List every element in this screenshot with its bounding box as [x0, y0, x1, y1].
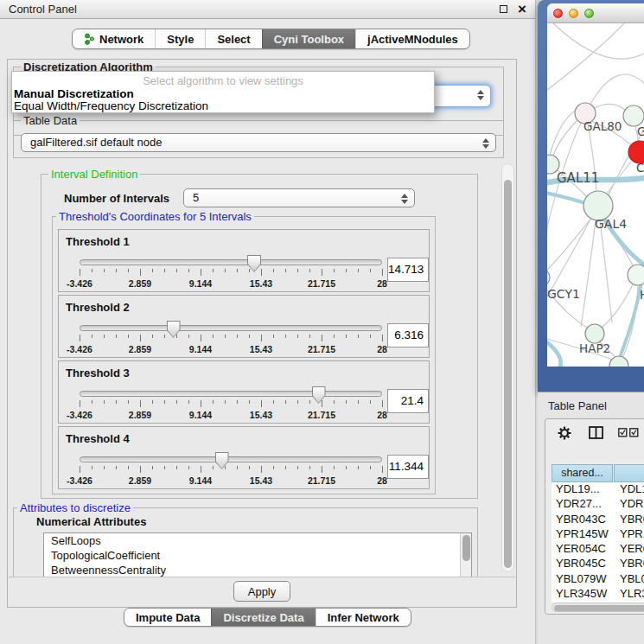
- tab-label: jActiveMNodules: [367, 33, 458, 46]
- tick-mark: [309, 400, 310, 404]
- threshold-label: Threshold 1: [66, 235, 130, 248]
- threshold-slider[interactable]: -3.4262.8599.14415.4321.71528: [80, 256, 382, 290]
- tick-label: 28: [377, 475, 387, 486]
- network-node[interactable]: [609, 356, 628, 367]
- network-node[interactable]: [623, 105, 644, 126]
- algorithm-option-manual[interactable]: Manual Discretization: [12, 88, 434, 100]
- tick-mark: [346, 269, 347, 272]
- tick-mark: [225, 466, 226, 469]
- table-hscrollbar[interactable]: [552, 603, 644, 612]
- table-row[interactable]: YPR145WYPR1: [552, 527, 644, 542]
- column-header-shared[interactable]: shared...: [552, 464, 613, 482]
- panel-scrollbar[interactable]: [501, 163, 514, 572]
- network-edge[interactable]: [547, 217, 592, 271]
- network-node-label: C: [636, 161, 644, 175]
- slider-track[interactable]: [80, 391, 382, 397]
- attribute-item[interactable]: SelfLoops: [44, 533, 471, 548]
- algorithm-option-equal-width[interactable]: Equal Width/Frequency Discretization: [12, 100, 434, 112]
- tick-mark: [225, 400, 226, 404]
- minimize-button[interactable]: [569, 9, 578, 18]
- network-node[interactable]: [583, 191, 613, 220]
- tick-label: 2.859: [129, 475, 151, 486]
- threshold-slider[interactable]: -3.4262.8599.14415.4321.71528: [80, 453, 382, 488]
- close-icon[interactable]: ×: [518, 4, 526, 15]
- network-edge[interactable]: [553, 121, 577, 156]
- slider-track[interactable]: [80, 325, 382, 331]
- list-scrollbar[interactable]: [460, 533, 471, 578]
- tab-style[interactable]: Style: [155, 29, 205, 48]
- network-node-label: GAL80: [583, 119, 622, 133]
- attribute-item[interactable]: TopologicalCoefficient: [44, 548, 471, 563]
- zoom-button[interactable]: [584, 9, 594, 18]
- threshold-value-field[interactable]: 6.316: [387, 323, 429, 348]
- threshold-value-field[interactable]: 14.713: [387, 258, 429, 282]
- network-edge[interactable]: [616, 286, 641, 367]
- tab-network[interactable]: Network: [73, 29, 155, 48]
- interval-definition-fieldset: Interval Definition Number of Intervals …: [41, 174, 478, 499]
- slider-track[interactable]: [80, 456, 382, 462]
- threshold-value-field[interactable]: 21.4: [387, 389, 429, 413]
- slider-track[interactable]: [80, 259, 382, 265]
- apply-button[interactable]: Apply: [233, 581, 290, 602]
- threshold-slider[interactable]: -3.4262.8599.14415.4321.71528: [80, 322, 382, 356]
- table-row[interactable]: YBL079WYBL0: [552, 572, 644, 587]
- table-hscrollbar-thumb[interactable]: [554, 605, 644, 611]
- tick-mark: [346, 400, 347, 404]
- close-button[interactable]: [553, 9, 563, 18]
- tick-mark: [358, 466, 359, 469]
- gear-icon[interactable]: [558, 426, 571, 440]
- tick-label: 2.859: [129, 278, 151, 289]
- panel-scrollbar-thumb[interactable]: [504, 180, 512, 568]
- numerical-attributes-list[interactable]: SelfLoopsTopologicalCoefficientBetweenne…: [43, 532, 472, 579]
- tab-discretize-data[interactable]: Discretize Data: [211, 609, 315, 626]
- network-node[interactable]: [547, 269, 550, 286]
- network-edge[interactable]: [600, 220, 612, 322]
- tick-mark: [334, 466, 335, 469]
- float-window-icon[interactable]: [500, 5, 507, 13]
- tab-select[interactable]: Select: [205, 29, 261, 48]
- network-edge[interactable]: [553, 23, 644, 59]
- network-edge[interactable]: [550, 110, 577, 155]
- table-row[interactable]: YDL19...YDL1: [552, 482, 644, 497]
- table-panel-title: Table Panel: [548, 399, 607, 412]
- network-edge[interactable]: [547, 23, 624, 90]
- node-table[interactable]: YDL19...YDL1YDR27...YDR2YBR043CYBR0YPR14…: [552, 482, 644, 603]
- tab-label: Cyni Toolbox: [274, 33, 344, 46]
- attribute-item[interactable]: BetweennessCentrality: [44, 563, 471, 577]
- tab-impute-data[interactable]: Impute Data: [124, 609, 211, 626]
- network-edge[interactable]: [593, 104, 626, 111]
- checkbox-checked-icons[interactable]: [618, 428, 639, 437]
- table-row[interactable]: YBR045CYBR0: [552, 557, 644, 571]
- interval-definition-label: Interval Definition: [48, 168, 140, 181]
- network-edge[interactable]: [603, 284, 633, 327]
- network-edge[interactable]: [547, 342, 561, 367]
- network-edge[interactable]: [547, 218, 591, 296]
- number-of-intervals-select[interactable]: 5: [183, 188, 415, 207]
- network-canvas[interactable]: GAL80GCGAL11GAL4GCY1HHAP2: [547, 23, 644, 367]
- table-row[interactable]: YDR27...YDR2: [552, 497, 644, 512]
- network-node[interactable]: [628, 265, 644, 285]
- threshold-slider[interactable]: -3.4262.8599.14415.4321.71528: [80, 387, 382, 422]
- cell-name: YBR0: [613, 513, 644, 527]
- column-header-name[interactable]: n: [614, 464, 644, 482]
- threshold-label: Threshold 4: [66, 432, 130, 445]
- list-scrollbar-thumb[interactable]: [462, 535, 470, 561]
- tick-mark: [188, 269, 189, 272]
- tick-mark: [104, 335, 105, 338]
- tick-mark: [273, 335, 274, 338]
- table-row[interactable]: YLR345WYLR3: [552, 587, 644, 602]
- split-columns-icon[interactable]: [589, 426, 603, 439]
- tick-mark: [334, 335, 335, 338]
- tick-label: 21.715: [308, 278, 335, 289]
- threshold-value-field[interactable]: 11.344: [387, 455, 429, 479]
- table-row[interactable]: YER054CYER0: [552, 542, 644, 557]
- tab-infer-network[interactable]: Infer Network: [316, 609, 411, 626]
- table-data-select[interactable]: galFiltered.sif default node: [21, 133, 496, 152]
- network-node[interactable]: [585, 324, 604, 343]
- slider-tick-labels: -3.4262.8599.14415.4321.71528: [80, 475, 382, 486]
- tab-jactivemnodules[interactable]: jActiveMNodules: [355, 29, 469, 48]
- network-edge[interactable]: [581, 220, 596, 327]
- table-row[interactable]: YBR043CYBR0: [552, 513, 644, 527]
- tab-cyni-toolbox[interactable]: Cyni Toolbox: [262, 29, 355, 48]
- tab-label: Discretize Data: [223, 611, 303, 624]
